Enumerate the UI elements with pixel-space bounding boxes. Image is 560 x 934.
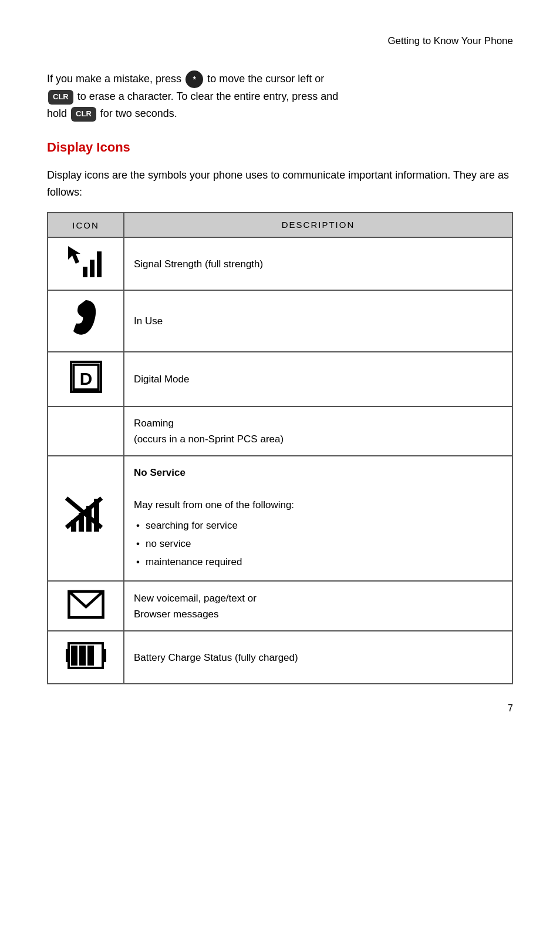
no-service-cell [48, 456, 124, 581]
col-header-icon: Icon [48, 213, 124, 237]
no-service-icon [58, 495, 114, 542]
svg-marker-0 [68, 246, 80, 264]
page-title: Getting to Know Your Phone [387, 35, 513, 46]
voicemail-icon [58, 590, 114, 622]
battery-cell [48, 631, 124, 684]
svg-text:D: D [79, 368, 92, 388]
roaming-desc: Roaming (occurs in a non-Sprint PCS area… [124, 406, 512, 456]
battery-icon [64, 640, 108, 672]
digital-mode-desc: Digital Mode [124, 352, 512, 406]
clr-badge-1: CLR [48, 90, 73, 105]
signal-strength-cell [48, 237, 124, 290]
star-key-badge: * [185, 70, 203, 88]
list-item: searching for service [134, 518, 502, 533]
table-row: D Digital Mode [48, 352, 512, 406]
svg-rect-14 [103, 649, 106, 662]
in-use-cell [48, 290, 124, 352]
intro-paragraph: If you make a mistake, press * to move t… [47, 70, 513, 122]
in-use-phone-icon [58, 299, 114, 343]
svg-rect-18 [66, 649, 70, 662]
svg-rect-16 [79, 646, 86, 666]
icons-table: Icon Description [47, 212, 513, 684]
table-row: Battery Charge Status (fully charged) [48, 631, 512, 684]
digital-mode-icon: D [70, 361, 102, 393]
table-row: Signal Strength (full strength) [48, 237, 512, 290]
table-row: In Use [48, 290, 512, 352]
svg-rect-15 [71, 646, 77, 666]
voicemail-desc: New voicemail, page/text or Browser mess… [124, 581, 512, 631]
table-row: No Service May result from one of the fo… [48, 456, 512, 581]
table-row: Roaming (occurs in a non-Sprint PCS area… [48, 406, 512, 456]
svg-rect-17 [87, 646, 94, 666]
col-header-description: Description [124, 213, 512, 237]
in-use-desc: In Use [124, 290, 512, 352]
section-description: Display icons are the symbols your phone… [47, 167, 513, 201]
no-service-desc: No Service May result from one of the fo… [124, 456, 512, 581]
digital-mode-cell: D [48, 352, 124, 406]
table-row: New voicemail, page/text or Browser mess… [48, 581, 512, 631]
list-item: maintenance required [134, 554, 502, 570]
section-heading: Display Icons [47, 140, 513, 155]
svg-rect-1 [83, 267, 87, 277]
page-number: 7 [508, 703, 513, 714]
signal-strength-icon [65, 246, 106, 278]
svg-rect-3 [97, 251, 102, 277]
list-item: no service [134, 536, 502, 552]
no-service-bullets: searching for service no service mainten… [134, 518, 502, 570]
page: Getting to Know Your Phone If you make a… [0, 0, 560, 731]
voicemail-cell [48, 581, 124, 631]
roaming-cell [48, 406, 124, 456]
svg-rect-2 [90, 260, 95, 277]
battery-desc: Battery Charge Status (fully charged) [124, 631, 512, 684]
clr-badge-2: CLR [71, 107, 96, 122]
page-header: Getting to Know Your Phone [47, 35, 513, 47]
signal-strength-desc: Signal Strength (full strength) [124, 237, 512, 290]
